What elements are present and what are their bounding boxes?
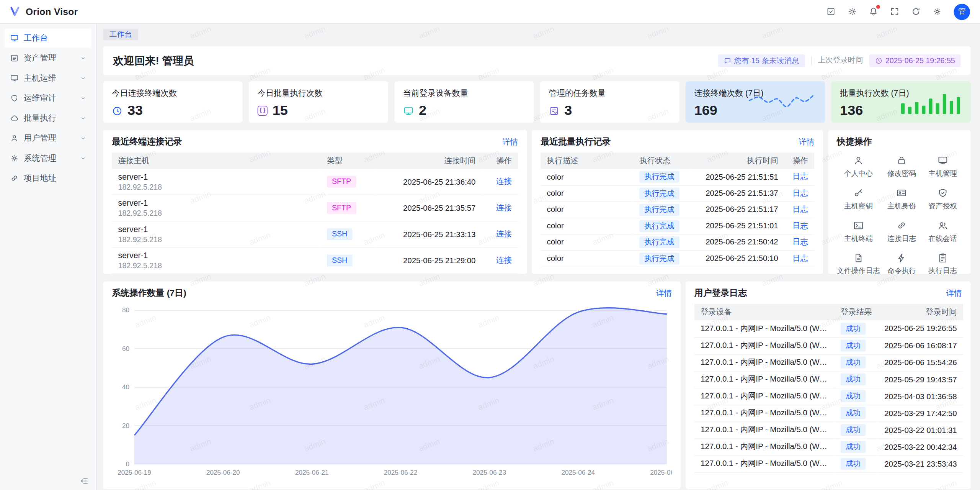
sidebar-item-system-management[interactable]: 系统管理 (5, 149, 91, 168)
login-device: 127.0.0.1 - 内网IP - Mozilla/5.0 (Windows … (694, 371, 835, 388)
execution-row: color 执行完成 2025-06-25 21:50:10 日志 (541, 250, 814, 266)
sidebar-item-label: 资产管理 (24, 52, 56, 64)
login-time: 2025-03-21 23:53:43 (878, 456, 963, 472)
quick-action-execution-logs[interactable]: 执行日志 (923, 253, 962, 274)
sidebar-item-ops-audit[interactable]: 运维审计 (5, 89, 91, 108)
log-link[interactable]: 日志 (792, 254, 808, 262)
connection-row: server-1 182.92.5.218 SFTP 2025-06-25 21… (112, 169, 518, 195)
check-square-icon[interactable] (826, 7, 835, 16)
quick-action-connection-logs[interactable]: 连接日志 (882, 220, 921, 243)
list-icon (10, 54, 19, 62)
connect-link[interactable]: 连接 (496, 256, 512, 265)
fullscreen-icon[interactable] (890, 7, 899, 16)
execution-row: color 执行完成 2025-06-25 21:51:51 日志 (541, 169, 814, 185)
connection-time: 2025-06-25 21:36:40 (376, 169, 482, 195)
refresh-icon[interactable] (911, 7, 920, 16)
login-time: 2025-05-29 19:43:57 (878, 371, 963, 388)
sidebar-item-label: 系统管理 (24, 152, 56, 164)
app-logo: Orion Visor (9, 5, 78, 18)
execution-status-tag: 执行完成 (639, 171, 679, 183)
quick-action-host-terminal[interactable]: 主机终端 (837, 220, 880, 243)
quick-action-profile[interactable]: 个人中心 (837, 155, 880, 178)
sidebar-item-host-ops[interactable]: 主机运维 (5, 69, 91, 88)
card-title: 系统操作数量 (7日) (112, 288, 186, 299)
collapse-sidebar-icon[interactable] (80, 477, 89, 485)
host-ip: 182.92.5.218 (118, 209, 315, 218)
recent-executions-card: 最近批量执行记录 详情 执行描述 执行状态 执行时间 操作 (532, 130, 823, 274)
login-result-tag: 成功 (841, 407, 866, 419)
settings-gear-icon[interactable] (933, 7, 942, 16)
welcome-title: 欢迎回来! 管理员 (113, 54, 194, 68)
system-ops-more-link[interactable]: 详情 (656, 288, 672, 299)
host-name: server-1 (118, 172, 315, 181)
recent-executions-more-link[interactable]: 详情 (799, 137, 815, 147)
breadcrumb-workbench[interactable]: 工作台 (103, 29, 138, 40)
bottom-row: 系统操作数量 (7日) 详情 0204060802025-06-192025-0… (103, 282, 970, 489)
execution-time: 2025-06-25 21:51:01 (691, 218, 784, 234)
column-header: 操作 (784, 152, 814, 169)
sidebar-item-asset-management[interactable]: 资产管理 (5, 49, 91, 67)
sidebar-item-workbench[interactable]: 工作台 (5, 29, 91, 48)
login-log-row: 127.0.0.1 - 内网IP - Mozilla/5.0 (Windows … (694, 337, 963, 354)
desktop-icon (10, 74, 19, 83)
card-title: 快捷操作 (837, 136, 872, 147)
log-link[interactable]: 日志 (792, 205, 808, 214)
braces-icon: {} (258, 106, 268, 116)
log-link[interactable]: 日志 (792, 188, 808, 197)
sidebar-item-user-management[interactable]: 用户管理 (5, 129, 91, 147)
id-card-icon (897, 188, 907, 198)
login-device: 127.0.0.1 - 内网IP - Mozilla/5.0 (Windows … (694, 456, 835, 472)
protocol-tag: SFTP (327, 202, 356, 214)
host-ip: 182.92.5.218 (118, 261, 315, 270)
clipboard-icon (938, 253, 948, 264)
quick-action-asset-authorization[interactable]: 资产授权 (923, 188, 962, 211)
column-header: 类型 (321, 152, 376, 169)
log-link[interactable]: 日志 (792, 172, 808, 181)
connect-link[interactable]: 连接 (496, 229, 512, 238)
host-name: server-1 (118, 225, 315, 234)
quick-action-host-identity[interactable]: 主机身份 (882, 188, 921, 211)
clock-icon (875, 57, 882, 65)
login-logs-more-link[interactable]: 详情 (946, 288, 962, 299)
monitor-icon (938, 155, 948, 166)
unread-messages-badge[interactable]: 您有 15 条未读消息 (718, 54, 805, 67)
sun-theme-icon[interactable] (848, 7, 857, 16)
user-icon (10, 134, 19, 143)
column-header: 执行时间 (691, 152, 784, 169)
recent-connections-more-link[interactable]: 详情 (503, 137, 518, 147)
quick-action-command-execution[interactable]: 命令执行 (882, 253, 921, 274)
quick-action-host-keys[interactable]: 主机密钥 (837, 188, 880, 211)
login-result-tag: 成功 (841, 357, 866, 369)
card-title: 用户登录日志 (694, 288, 747, 299)
quick-action-host-management[interactable]: 主机管理 (923, 155, 962, 178)
stat-card-managed-tasks: 管理的任务数量 3 (540, 81, 679, 123)
column-header: 操作 (482, 152, 518, 169)
notification-bell-icon[interactable] (869, 7, 878, 16)
execution-status-tag: 执行完成 (639, 220, 679, 232)
user-avatar[interactable]: 管 (954, 3, 970, 20)
log-link[interactable]: 日志 (792, 221, 808, 230)
sidebar-item-project-url[interactable]: 项目地址 (5, 169, 91, 188)
key-icon (853, 188, 864, 198)
execution-description: color (541, 185, 633, 201)
login-time: 2025-06-06 15:54:26 (878, 354, 963, 371)
login-log-row: 127.0.0.1 - 内网IP - Mozilla/5.0 (Windows … (694, 320, 963, 337)
log-link[interactable]: 日志 (792, 238, 808, 246)
login-result-tag: 成功 (841, 340, 866, 352)
execution-row: color 执行完成 2025-06-25 21:50:42 日志 (541, 234, 814, 250)
login-result-tag: 成功 (841, 374, 866, 385)
execution-description: color (541, 250, 633, 266)
connect-link[interactable]: 连接 (496, 177, 512, 186)
quick-action-online-sessions[interactable]: 在线会话 (923, 220, 962, 243)
quick-action-change-password[interactable]: 修改密码 (882, 155, 921, 178)
quick-action-file-operation-logs[interactable]: 文件操作日志 (837, 253, 880, 274)
app-title: Orion Visor (26, 6, 78, 17)
svg-text:20: 20 (122, 422, 129, 429)
login-time: 2025-06-25 19:26:55 (878, 320, 963, 337)
login-log-row: 127.0.0.1 - 内网IP - Mozilla/5.0 (Windows … (694, 456, 963, 472)
sidebar-item-batch-execution[interactable]: 批量执行 (5, 109, 91, 128)
sidebar: 工作台 资产管理 主机运维 运维审计 批量执行 (0, 24, 97, 490)
connect-link[interactable]: 连接 (496, 203, 512, 212)
stat-card-batch-today: 今日批量执行次数 {} 15 (249, 81, 388, 123)
card-title: 最近终端连接记录 (112, 136, 182, 147)
